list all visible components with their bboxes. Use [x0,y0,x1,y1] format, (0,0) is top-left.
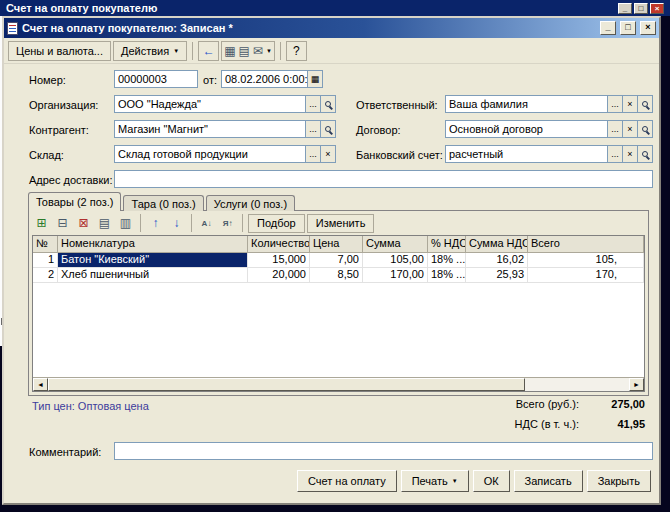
column-header-vat-sum[interactable]: Сумма НДС [466,236,528,253]
chevron-down-icon: ▼ [173,48,179,54]
date-input[interactable]: 08.02.2006 0:00:00 [221,70,308,88]
cell-vat-percent[interactable]: 18% ... [428,268,466,283]
responsible-open-button[interactable] [638,95,653,113]
cell-nomenclature[interactable]: Батон "Киевский" [58,253,248,268]
sort-desc-button[interactable]: Я↑ [218,214,237,233]
copy-row-button[interactable]: ⊟ [53,214,72,233]
number-input[interactable]: 00000003 [114,70,198,88]
responsible-clear-button[interactable]: × [623,95,638,113]
calendar-button[interactable]: ▦ [308,70,323,88]
rows-view-alt-button[interactable]: ▥ [116,214,135,233]
comment-field [114,442,653,460]
background-minimize-button[interactable]: _ [618,3,632,14]
contract-open-button[interactable] [638,120,653,138]
bank-account-field: расчетный ... × [445,145,653,163]
sort-asc-button[interactable]: А↓ [197,214,216,233]
cell-nomenclature[interactable]: Хлеб пшеничный [58,268,248,283]
bank-account-open-button[interactable] [638,145,653,163]
chevron-down-icon[interactable]: ▼ [266,48,272,54]
column-header-price[interactable]: Цена [310,236,363,253]
contractor-field: Магазин "Магнит" ... [114,120,336,138]
cell-price[interactable]: 8,50 [310,268,363,283]
close-button[interactable]: × [640,21,656,35]
contract-select-button[interactable]: ... [608,120,623,138]
cell-vat-percent[interactable]: 18% ... [428,253,466,268]
column-header-quantity[interactable]: Количество [248,236,310,253]
scroll-left-icon[interactable]: ◄ [33,378,48,391]
column-header-number[interactable]: № [33,236,58,253]
table-row[interactable]: 2 Хлеб пшеничный 20,000 8,50 170,00 18% … [33,268,644,283]
maximize-button[interactable]: □ [620,21,636,35]
cell-sum[interactable]: 170,00 [363,268,428,283]
organization-input[interactable]: ООО "Надежда" [114,95,306,113]
items-table: № Номенклатура Количество Цена Сумма % Н… [32,235,645,392]
bank-account-clear-button[interactable]: × [623,145,638,163]
cell-row-number[interactable]: 2 [33,268,58,283]
delivery-address-input[interactable] [114,170,653,188]
bank-account-input[interactable]: расчетный [445,145,608,163]
cell-quantity[interactable]: 15,000 [248,253,310,268]
contractor-open-button[interactable] [321,120,336,138]
cell-total[interactable]: 170, [528,268,644,283]
cell-vat-sum[interactable]: 16,02 [466,253,528,268]
responsible-select-button[interactable]: ... [608,95,623,113]
cell-sum[interactable]: 105,00 [363,253,428,268]
column-header-sum[interactable]: Сумма [363,236,428,253]
prices-currency-button[interactable]: Цены и валюта... [8,41,111,61]
help-button[interactable]: ? [286,41,307,61]
delivery-address-field [114,170,653,188]
pick-button[interactable]: Подбор [248,214,305,233]
tab-tare[interactable]: Тара (0 поз.) [123,195,203,211]
scrollbar-thumb[interactable] [48,378,525,391]
ok-button[interactable]: ОК [473,470,510,492]
save-button[interactable]: Записать [514,470,583,492]
tab-services[interactable]: Услуги (0 поз.) [206,195,295,211]
actions-button[interactable]: Действия ▼ [113,41,187,61]
warehouse-select-button[interactable]: ... [306,145,321,163]
background-close-button[interactable]: × [650,3,664,14]
scrollbar-track[interactable] [525,378,629,391]
close-button-footer[interactable]: Закрыть [587,470,651,492]
ellipsis-icon: ... [611,100,619,109]
move-down-button[interactable]: ↓ [167,214,186,233]
contractor-select-button[interactable]: ... [306,120,321,138]
comment-input[interactable] [114,442,653,460]
column-header-total[interactable]: Всего [528,236,644,253]
delete-row-button[interactable]: ⊠ [74,214,93,233]
back-button[interactable]: ← [198,41,219,61]
move-up-button[interactable]: ↑ [146,214,165,233]
cell-row-number[interactable]: 1 [33,253,58,268]
structure-icon[interactable]: ▦ [224,45,235,57]
column-header-nomenclature[interactable]: Номенклатура [58,236,248,253]
table-row[interactable]: 1 Батон "Киевский" 15,000 7,00 105,00 18… [33,253,644,268]
contract-input[interactable]: Основной договор [445,120,608,138]
invoice-button[interactable]: Счет на оплату [297,470,397,492]
contractor-input[interactable]: Магазин "Магнит" [114,120,306,138]
cell-price[interactable]: 7,00 [310,253,363,268]
scroll-right-icon[interactable]: ► [629,378,644,391]
ellipsis-icon: ... [611,125,619,134]
mail-icon[interactable]: ✉ [253,45,263,57]
warehouse-clear-button[interactable]: × [321,145,336,163]
warehouse-input[interactable]: Склад готовой продукции [114,145,306,163]
rows-view-button[interactable]: ▤ [95,214,114,233]
column-header-vat-percent[interactable]: % НДС [428,236,466,253]
cell-quantity[interactable]: 20,000 [248,268,310,283]
minimize-button[interactable]: _ [600,21,616,35]
tab-goods[interactable]: Товары (2 поз.) [28,192,121,211]
bank-account-select-button[interactable]: ... [608,145,623,163]
cell-vat-sum[interactable]: 25,93 [466,268,528,283]
comment-label: Комментарий: [29,445,101,459]
print-button[interactable]: Печать ▼ [401,470,469,492]
horizontal-scrollbar[interactable]: ◄ ► [33,377,644,391]
report-icon[interactable]: ▤ [238,45,249,57]
cell-total[interactable]: 105, [528,253,644,268]
organization-open-button[interactable] [321,95,336,113]
responsible-input[interactable]: Ваша фамилия [445,95,608,113]
add-row-button[interactable]: ⊞ [32,214,51,233]
price-type-text[interactable]: Тип цен: Оптовая цена [32,400,149,412]
background-maximize-button[interactable]: □ [634,3,648,14]
edit-button[interactable]: Изменить [307,214,375,233]
contract-clear-button[interactable]: × [623,120,638,138]
organization-select-button[interactable]: ... [306,95,321,113]
